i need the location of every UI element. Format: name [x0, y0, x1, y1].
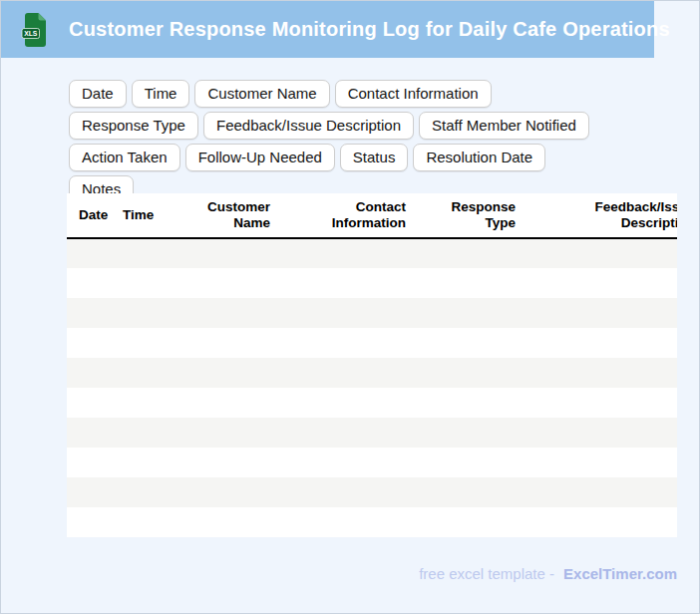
chip-response-type[interactable]: Response Type	[69, 112, 198, 140]
table-row	[67, 507, 677, 537]
chip-date[interactable]: Date	[69, 80, 127, 108]
table-header-row: Date Time Customer Name Contact Informat…	[67, 193, 677, 238]
chip-status[interactable]: Status	[340, 144, 409, 171]
chip-action-taken[interactable]: Action Taken	[69, 144, 180, 171]
table-row	[67, 477, 677, 507]
table-row	[67, 418, 677, 448]
xls-file-icon: XLS	[21, 12, 47, 48]
table-row	[67, 238, 677, 268]
page-title: Customer Response Monitoring Log for Dai…	[69, 18, 670, 41]
column-header-customer-name: Customer Name	[167, 193, 276, 238]
chip-feedback-issue-description[interactable]: Feedback/Issue Description	[203, 112, 414, 140]
table-row	[67, 448, 677, 477]
column-header-time: Time	[115, 193, 167, 238]
table-row	[67, 358, 677, 388]
table-row	[67, 388, 677, 418]
chip-contact-information[interactable]: Contact Information	[335, 80, 492, 108]
field-chip-list: Date Time Customer Name Contact Informat…	[69, 80, 612, 203]
chip-follow-up-needed[interactable]: Follow-Up Needed	[185, 144, 335, 171]
column-header-feedback-issue-description: Feedback/Issue Description	[522, 193, 677, 238]
svg-text:XLS: XLS	[24, 30, 38, 37]
footer: free excel template - ExcelTimer.com	[419, 565, 677, 582]
footer-label: free excel template -	[419, 565, 554, 582]
page: XLS Customer Response Monitoring Log for…	[0, 0, 700, 614]
table-row	[67, 298, 677, 328]
chip-staff-member-notified[interactable]: Staff Member Notified	[419, 112, 589, 140]
column-header-contact-information: Contact Information	[276, 193, 412, 238]
log-table: Date Time Customer Name Contact Informat…	[67, 193, 677, 539]
title-bar: XLS Customer Response Monitoring Log for…	[1, 1, 654, 58]
table-row	[67, 328, 677, 358]
column-header-response-type: Response Type	[412, 193, 522, 238]
footer-brand-link[interactable]: ExcelTimer.com	[563, 565, 677, 582]
column-header-date: Date	[67, 193, 115, 238]
table-body	[67, 238, 677, 537]
chip-time[interactable]: Time	[132, 80, 190, 108]
chip-resolution-date[interactable]: Resolution Date	[413, 144, 545, 171]
table-row	[67, 268, 677, 298]
chip-customer-name[interactable]: Customer Name	[194, 80, 329, 108]
